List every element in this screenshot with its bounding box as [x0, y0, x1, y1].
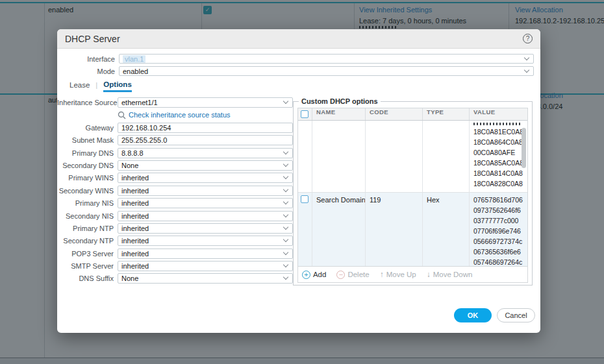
mode-row: Mode enabled — [57, 66, 534, 76]
primary-dns-select[interactable]: 8.8.8.8 — [118, 148, 293, 158]
secondary-ntp-select[interactable]: inherited — [118, 236, 293, 246]
check-inheritance-status-link[interactable]: Check inheritance source status — [129, 111, 231, 119]
field-label: Primary DNS — [57, 149, 114, 157]
field-value: inherited — [121, 250, 149, 258]
delete-label: Delete — [347, 271, 369, 278]
secondary-nis-select[interactable]: inherited — [118, 211, 293, 221]
chevron-down-icon — [524, 67, 529, 72]
field-value: inherited — [121, 212, 149, 220]
field-row: Secondary NIS inherited — [57, 211, 293, 221]
add-label: Add — [313, 271, 326, 278]
primary-ntp-select[interactable]: inherited — [118, 223, 293, 234]
field-row: POP3 Server inherited — [57, 249, 293, 259]
field-label: POP3 Server — [57, 250, 114, 258]
dialog-actions: OK Cancel — [57, 308, 540, 322]
help-icon[interactable]: ? — [523, 34, 533, 43]
delete-button[interactable]: − Delete — [336, 271, 369, 279]
field-value: inherited — [121, 224, 149, 232]
option-value-cell: 076578616d706 09737562646f6 03777777c000… — [470, 193, 527, 266]
value-line: 03777777c000 — [473, 215, 523, 226]
field-row: Subnet Mask 255.255.255.0 — [57, 135, 293, 145]
select-all-checkbox[interactable] — [301, 110, 308, 118]
move-up-button[interactable]: ↑ Move Up — [380, 270, 416, 279]
value-line: 07706f696e746 — [473, 226, 523, 236]
interface-value: vlan.1 — [123, 55, 145, 63]
field-label: Subnet Mask — [57, 136, 114, 144]
option-name-cell: Search Domains — [312, 193, 366, 266]
chevron-down-icon — [283, 199, 288, 204]
table-header: NAME CODE TYPE VALUE — [298, 108, 527, 121]
value-line: 18C0A85AC0A8 — [473, 158, 523, 168]
chevron-down-icon — [283, 186, 288, 191]
tab-lease[interactable]: Lease — [69, 81, 90, 91]
gateway-input[interactable]: 192.168.10.254 — [118, 123, 293, 133]
value-line: 076578616d706 — [473, 195, 523, 205]
table-scrollbar[interactable] — [522, 128, 526, 168]
dialog-title: DHCP Server — [65, 34, 523, 44]
field-value: inherited — [121, 199, 149, 207]
ok-button[interactable]: OK — [454, 308, 492, 322]
field-label: Secondary NTP — [57, 237, 114, 245]
subnet-mask-input[interactable]: 255.255.255.0 — [118, 135, 293, 145]
secondary-dns-select[interactable]: None — [118, 160, 293, 171]
field-label: Secondary DNS — [57, 162, 114, 169]
add-button[interactable]: + Add — [302, 271, 326, 279]
table-row[interactable]: 18C0A81EC0A8 18C0A864C0A8 00C0A80AFE 18C… — [298, 121, 527, 193]
table-row[interactable]: Search Domains 119 Hex 076578616d706 097… — [298, 193, 527, 266]
value-line: 18C0A814C0A8 — [473, 168, 523, 178]
smtp-server-select[interactable]: inherited — [118, 261, 293, 271]
options-form: Inheritance Source ethernet1/1 Check inh… — [57, 97, 293, 286]
cancel-button[interactable]: Cancel — [497, 308, 535, 322]
value-line: 056669727374c — [473, 236, 523, 247]
field-row: Secondary WINS inherited — [57, 186, 293, 196]
value-line: 18C0A828C0A8 — [473, 178, 523, 189]
dialog-tabs: Lease | Options — [69, 80, 540, 91]
column-header-value: VALUE — [470, 108, 527, 120]
option-value-cell: 18C0A81EC0A8 18C0A864C0A8 00C0A80AFE 18C… — [470, 121, 527, 192]
field-value: inherited — [121, 237, 149, 245]
column-header-name: NAME — [312, 108, 366, 120]
move-down-button[interactable]: ↓ Move Down — [427, 270, 473, 279]
table-footer-toolbar: + Add − Delete ↑ Move Up ↓ Move Down — [297, 267, 528, 283]
tab-options[interactable]: Options — [103, 80, 131, 92]
value-line: 067365636f6e6 — [473, 247, 523, 257]
field-value: None — [121, 274, 138, 282]
option-code-cell — [366, 121, 423, 192]
field-value: 8.8.8.8 — [121, 149, 144, 157]
chevron-down-icon — [283, 224, 288, 230]
primary-wins-select[interactable]: inherited — [118, 173, 293, 183]
field-label: DNS Suffix — [57, 274, 114, 282]
dialog-header: DHCP Server ? — [57, 29, 540, 49]
move-up-label: Move Up — [386, 271, 416, 278]
row-checkbox[interactable] — [301, 195, 308, 203]
field-label: SMTP Server — [57, 262, 114, 270]
primary-nis-select[interactable]: inherited — [118, 198, 293, 208]
field-row: SMTP Server inherited — [57, 261, 293, 271]
tab-separator: | — [95, 81, 97, 91]
field-label: Primary WINS — [57, 174, 114, 182]
mode-select[interactable]: enabled — [119, 66, 534, 76]
field-label: Primary NIS — [57, 199, 114, 207]
chevron-down-icon — [524, 55, 529, 60]
field-row: Primary DNS 8.8.8.8 — [57, 148, 293, 158]
column-header-code: CODE — [366, 108, 423, 120]
field-row: Primary WINS inherited — [57, 173, 293, 183]
field-row: Secondary NTP inherited — [57, 236, 293, 246]
move-down-label: Move Down — [433, 271, 473, 278]
field-row: Primary NTP inherited — [57, 223, 293, 234]
field-value: ethernet1/1 — [121, 99, 158, 106]
option-type-cell — [423, 121, 470, 192]
chevron-down-icon — [283, 149, 288, 154]
inheritance-source-select[interactable]: ethernet1/1 — [118, 97, 293, 108]
dns-suffix-select[interactable]: None — [118, 273, 293, 284]
value-line: 18C0A81EC0A8 — [473, 127, 523, 137]
field-label: Primary NTP — [57, 224, 114, 232]
options-tab-content: Inheritance Source ethernet1/1 Check inh… — [57, 97, 540, 286]
chevron-down-icon — [283, 237, 288, 242]
chevron-down-icon — [283, 99, 288, 104]
secondary-wins-select[interactable]: inherited — [118, 186, 293, 196]
arrow-down-icon: ↓ — [427, 270, 431, 279]
chevron-down-icon — [283, 274, 288, 280]
chevron-down-icon — [283, 249, 288, 254]
pop3-server-select[interactable]: inherited — [118, 249, 293, 259]
